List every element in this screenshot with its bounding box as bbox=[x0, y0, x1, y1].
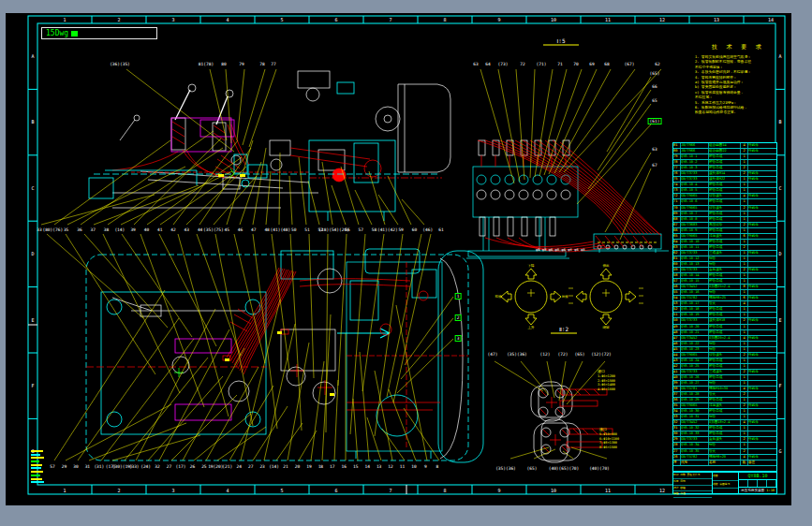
bom-cell: QY8.10-33 bbox=[681, 431, 709, 436]
bom-cell: 31 bbox=[673, 426, 681, 431]
callout-number: 71 bbox=[557, 62, 562, 66]
bom-cell: 钢管 bbox=[709, 342, 741, 346]
zone-col-top: 11 bbox=[581, 15, 635, 23]
bom-cell: 2 bbox=[741, 223, 748, 227]
title-block-trace-area: 描图描校 底图总号 bbox=[713, 473, 739, 493]
bom-cell: 40 bbox=[673, 375, 681, 380]
callout-number: 57 bbox=[50, 464, 54, 469]
bom-cell: 胶管总成 bbox=[709, 245, 741, 250]
bom-cell: 1 bbox=[741, 160, 748, 165]
bom-cell: GB/T5782 bbox=[681, 455, 709, 460]
callout-number: 78 bbox=[259, 62, 264, 66]
revision-strip-bar bbox=[31, 464, 42, 466]
zone-col-top: 9 bbox=[472, 15, 526, 23]
callout-number: (61) bbox=[648, 118, 662, 124]
bom-cell: 79 bbox=[673, 154, 681, 159]
bom-cell: 4 bbox=[741, 387, 748, 391]
bom-cell: 钢管 bbox=[709, 347, 741, 352]
bom-cell: QY8.10-28 bbox=[681, 392, 709, 397]
bom-cell: 胶管总成 bbox=[709, 313, 741, 317]
bom-cell: 56 bbox=[673, 285, 681, 289]
bom-cell bbox=[748, 347, 776, 352]
bom-cell: QY8.10-3 bbox=[681, 166, 709, 170]
bom-cell: 58 bbox=[673, 273, 681, 278]
circle2-top-label: 伸出 bbox=[603, 264, 610, 268]
bom-cell: QY8.10-15 bbox=[681, 279, 709, 284]
circle2-bottom-label: 缩回 bbox=[603, 326, 610, 329]
zone-col-bottom: 7 bbox=[363, 486, 418, 494]
bom-cell: QY8.10-17 bbox=[681, 301, 709, 306]
callout-number: 20 bbox=[295, 464, 300, 469]
title-block-cells bbox=[739, 480, 776, 488]
bom-cell: O形圈20×2.4 bbox=[709, 336, 741, 341]
bom-cell bbox=[748, 217, 776, 222]
bom-header-cell: 备注 bbox=[748, 460, 776, 465]
view-label-valve-detail: Ⅰ∶5 bbox=[557, 37, 566, 44]
bom-cell: 65 bbox=[673, 234, 681, 239]
bom-cell: 53 bbox=[673, 301, 681, 306]
bom-cell: 胶管总成 bbox=[709, 217, 741, 222]
drawing-name: 液压系统安装图 bbox=[741, 488, 764, 494]
bom-cell: GB/T3733 bbox=[681, 268, 709, 272]
zone-col-top: 14 bbox=[744, 15, 798, 23]
callout-number: (46) bbox=[422, 227, 433, 232]
bom-cell bbox=[748, 290, 776, 295]
bom-cell bbox=[748, 183, 776, 187]
dimension-row: φ6 φ8 φ6 φ8 φ6 φ8 φ6 φ8 bbox=[536, 247, 585, 252]
bom-cell: 过渡接头 bbox=[709, 403, 741, 408]
bom-cell: JB/T966 bbox=[681, 149, 709, 153]
callout-number: (65) bbox=[527, 466, 538, 471]
callout-number: 80 bbox=[221, 62, 226, 66]
bom-cell: 胶管总成 bbox=[709, 160, 741, 165]
bom-cell: 1 bbox=[741, 251, 748, 256]
bom-cell: 26 bbox=[673, 455, 681, 460]
bom-cell bbox=[748, 364, 776, 369]
cad-drawing-viewport: 11223344556677889910101111121213131414AA… bbox=[0, 0, 812, 526]
bom-cell: QY8.10-25 bbox=[681, 364, 709, 369]
bom-cell: 外购件 bbox=[748, 455, 776, 460]
bom-cell: QY8.10-30 bbox=[681, 409, 709, 414]
callout-number: (35)(75) bbox=[203, 227, 224, 232]
callout-number: (36)(35) bbox=[110, 62, 130, 66]
tech-requirement-line: 检查各回路动作是否正常。 bbox=[695, 110, 781, 114]
callout-number: 27 bbox=[248, 464, 253, 469]
callout-number: 60 bbox=[412, 227, 417, 232]
bom-cell: 1 bbox=[741, 262, 748, 267]
callout-number: 59 bbox=[398, 227, 403, 232]
bom-cell: QY8.10-11 bbox=[681, 245, 709, 250]
callout-number: (12) bbox=[540, 352, 551, 357]
bom-cell: QY8.10-7 bbox=[681, 212, 709, 216]
bom-cell bbox=[748, 426, 776, 431]
bom-cell: 38 bbox=[673, 387, 681, 391]
bom-cell: 胶管总成 bbox=[709, 166, 741, 170]
title-block-cell bbox=[767, 480, 776, 487]
bom-cell: 组合垫圈14 bbox=[709, 143, 741, 148]
callout-number: (40)(70) bbox=[589, 466, 610, 471]
bom-cell: 60 bbox=[673, 262, 681, 267]
callout-number: 31 bbox=[85, 464, 90, 469]
hose-legend: 接口1—Φ6×12002—Φ8×15003—Φ6×14004—Φ6×1600 bbox=[598, 369, 615, 391]
bom-cell: 软管接头 bbox=[709, 353, 741, 358]
revision-strip-bar bbox=[31, 475, 40, 476]
bom-cell: 外购件 bbox=[748, 206, 776, 211]
bom-cell: 80 bbox=[673, 149, 681, 153]
zone-row-left: B bbox=[28, 89, 37, 154]
bom-cell: 32 bbox=[673, 420, 681, 425]
bom-cell: QY8.10-10 bbox=[681, 240, 709, 244]
callout-number: (65) bbox=[650, 71, 660, 76]
callout-number: 69 bbox=[589, 62, 594, 66]
bom-cell bbox=[748, 240, 776, 244]
bom-cell: 69 bbox=[673, 212, 681, 216]
bom-table: 81JB/T966组合垫圈144外购件80JB/T966组合垫圈222外购件79… bbox=[672, 142, 777, 472]
bom-cell bbox=[748, 154, 776, 159]
bom-cell: QY8.10-23 bbox=[681, 347, 709, 352]
callout-number: (14) bbox=[269, 464, 279, 469]
zone-col-bottom: 10 bbox=[526, 486, 581, 494]
bom-cell: 1 bbox=[741, 381, 748, 386]
bom-cell: 管夹 bbox=[709, 449, 741, 454]
callout-number: 42 bbox=[170, 227, 175, 232]
bom-cell: QY8.10-9 bbox=[681, 228, 709, 233]
bom-cell: GB/T3452 bbox=[681, 420, 709, 425]
bom-cell: 外购件 bbox=[748, 353, 776, 358]
circle1-right-label: 后倾 bbox=[562, 295, 568, 299]
